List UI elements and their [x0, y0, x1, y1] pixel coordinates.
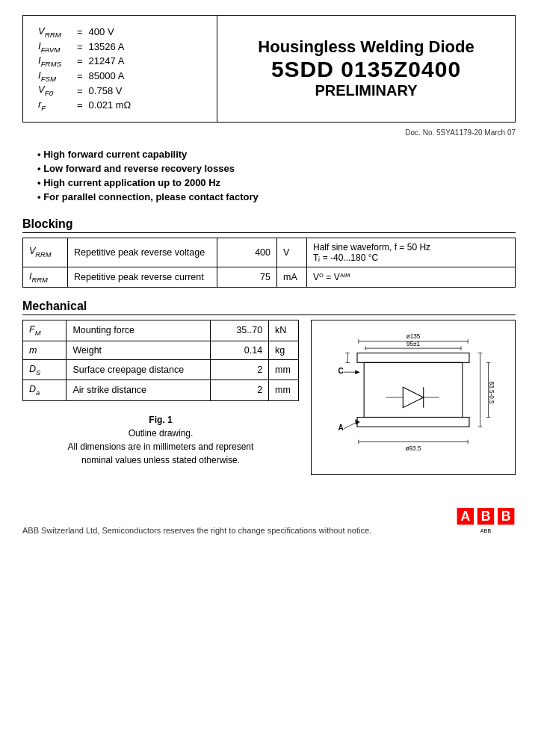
param-eq: =: [74, 25, 86, 40]
product-title: Housingless Welding Diode: [258, 37, 474, 57]
svg-rect-10: [357, 418, 469, 427]
param-eq: =: [74, 69, 86, 84]
feature-item: High current application up to 2000 Hz: [37, 176, 516, 190]
fig-label: Fig. 1: [22, 413, 299, 427]
feature-text: For parallel connection, please contact …: [43, 191, 259, 202]
blocking-condition: Half sine waveform, f = 50 HzTⱼ = -40...…: [307, 238, 516, 267]
mech-value: 35..70: [210, 320, 268, 341]
param-value: 400 V: [86, 25, 138, 40]
param-value: 85000 A: [86, 69, 138, 84]
mech-desc: Air strike distance: [67, 380, 210, 401]
mech-unit: kg: [269, 341, 299, 359]
figure-caption: Fig. 1 Outline drawing.All dimensions ar…: [22, 413, 299, 467]
diode-diagram: ø135 95±1 C A: [311, 320, 516, 475]
param-symbol: rF: [35, 98, 74, 113]
param-row: IFSM = 85000 A: [35, 69, 138, 84]
param-eq: =: [74, 54, 86, 69]
feature-item: High forward current capability: [37, 147, 516, 161]
param-symbol: IFRMS: [35, 54, 74, 69]
svg-rect-8: [357, 353, 469, 363]
mech-symbol: Da: [23, 380, 67, 401]
mech-value: 0.14: [210, 341, 268, 359]
mech-value: 2: [210, 380, 268, 401]
param-row: IFAVM = 13526 A: [35, 40, 138, 55]
mech-symbol: m: [23, 341, 67, 359]
mech-desc: Mounting force: [67, 320, 210, 341]
param-value: 0.758 V: [86, 83, 138, 98]
feature-list: High forward current capabilityLow forwa…: [37, 147, 516, 204]
header-product: Housingless Welding Diode 5SDD 0135Z0400…: [217, 16, 515, 122]
param-value: 0.021 mΩ: [86, 98, 138, 113]
param-row: VF0 = 0.758 V: [35, 83, 138, 98]
blocking-value: 75: [217, 267, 277, 288]
blocking-desc: Repetitive peak reverse current: [68, 267, 217, 288]
fig-text: Outline drawing.All dimensions are in mi…: [22, 427, 299, 467]
abb-logo-svg: A B B ABB: [456, 505, 516, 535]
product-status: PRELIMINARY: [315, 82, 417, 99]
svg-text:ø135: ø135: [406, 333, 421, 340]
svg-marker-17: [403, 387, 423, 407]
mech-unit: mm: [269, 359, 299, 380]
mech-symbol: DS: [23, 359, 67, 380]
mechanical-title: Mechanical: [22, 300, 516, 315]
diode-svg: ø135 95±1 C A: [318, 326, 509, 468]
mech-row: FM Mounting force 35..70 kN: [23, 320, 299, 341]
mech-row: m Weight 0.14 kg: [23, 341, 299, 359]
mech-unit: kN: [269, 320, 299, 341]
svg-text:A: A: [460, 509, 470, 524]
param-eq: =: [74, 98, 86, 113]
blocking-symbol: VRRM: [23, 238, 68, 267]
feature-text: High current application up to 2000 Hz: [43, 177, 220, 188]
svg-text:B: B: [501, 509, 511, 524]
feature-text: High forward current capability: [43, 149, 187, 160]
feature-text: Low forward and reverse recovery losses: [43, 163, 235, 174]
svg-text:ø93.5: ø93.5: [405, 445, 421, 452]
svg-text:C: C: [338, 367, 343, 375]
blocking-condition: Vᴼ = Vᴬᴵᴹ: [307, 267, 516, 288]
mechanical-table: FM Mounting force 35..70 kN m Weight 0.1…: [22, 320, 299, 401]
param-value: 13526 A: [86, 40, 138, 55]
svg-marker-13: [355, 370, 359, 374]
header-box: VRRM = 400 V IFAVM = 13526 A IFRMS = 212…: [22, 15, 516, 123]
param-row: IFRMS = 21247 A: [35, 54, 138, 69]
footer-text: ABB Switzerland Ltd, Semiconductors rese…: [22, 526, 371, 535]
svg-text:95±1: 95±1: [406, 341, 421, 347]
mech-row: DS Surface creepage distance 2 mm: [23, 359, 299, 380]
svg-rect-9: [364, 362, 463, 417]
param-symbol: VF0: [35, 83, 74, 98]
feature-item: Low forward and reverse recovery losses: [37, 161, 516, 176]
doc-number: Doc. No. 5SYA1179-20 March 07: [22, 128, 516, 137]
mechanical-table-container: FM Mounting force 35..70 kN m Weight 0.1…: [22, 320, 299, 475]
header-params: VRRM = 400 V IFAVM = 13526 A IFRMS = 212…: [23, 16, 217, 122]
blocking-title: Blocking: [22, 217, 516, 233]
mech-unit: mm: [269, 380, 299, 401]
svg-text:B: B: [481, 509, 491, 524]
blocking-value: 400: [217, 238, 277, 267]
mechanical-section: FM Mounting force 35..70 kN m Weight 0.1…: [22, 320, 516, 475]
mech-value: 2: [210, 359, 268, 380]
param-symbol: IFAVM: [35, 40, 74, 55]
svg-line-15: [344, 422, 357, 429]
mech-desc: Weight: [67, 341, 210, 359]
mech-row: Da Air strike distance 2 mm: [23, 380, 299, 401]
blocking-unit: mA: [277, 267, 307, 288]
param-row: VRRM = 400 V: [35, 25, 138, 40]
blocking-row: IRRM Repetitive peak reverse current 75 …: [23, 267, 516, 288]
product-model: 5SDD 0135Z0400: [271, 57, 461, 82]
svg-text:A: A: [338, 424, 343, 432]
param-value: 21247 A: [86, 54, 138, 69]
blocking-desc: Repetitive peak reverse voltage: [68, 238, 217, 267]
mech-symbol: FM: [23, 320, 67, 341]
param-eq: =: [74, 40, 86, 55]
param-eq: =: [74, 83, 86, 98]
blocking-table: VRRM Repetitive peak reverse voltage 400…: [22, 238, 516, 288]
footer: ABB Switzerland Ltd, Semiconductors rese…: [22, 505, 516, 535]
param-row: rF = 0.021 mΩ: [35, 98, 138, 113]
blocking-symbol: IRRM: [23, 267, 68, 288]
mech-desc: Surface creepage distance: [67, 359, 210, 380]
param-symbol: VRRM: [35, 25, 74, 40]
abb-logo: A B B ABB: [456, 505, 516, 535]
param-symbol: IFSM: [35, 69, 74, 84]
feature-item: For parallel connection, please contact …: [37, 190, 516, 204]
blocking-unit: V: [277, 238, 307, 267]
